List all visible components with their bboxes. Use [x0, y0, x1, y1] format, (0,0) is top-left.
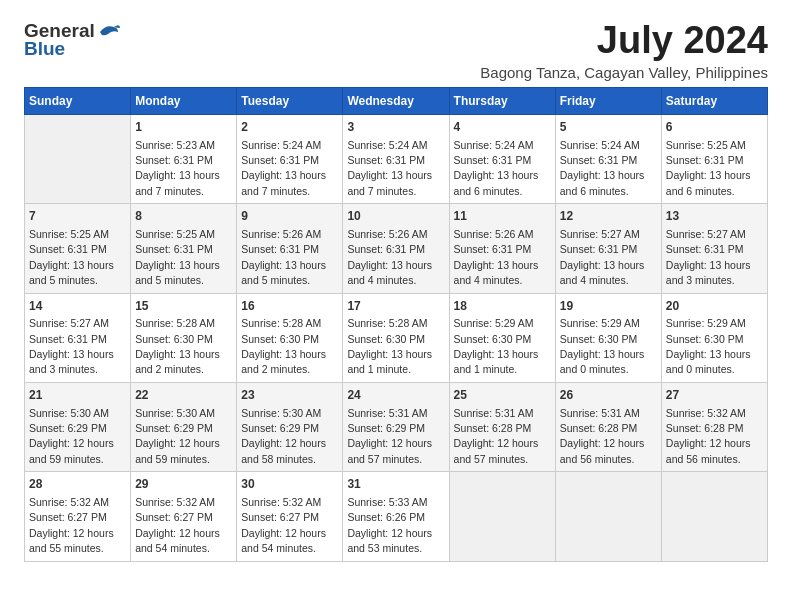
calendar-cell: 16Sunrise: 5:28 AMSunset: 6:30 PMDayligh… [237, 293, 343, 382]
col-header-monday: Monday [131, 87, 237, 114]
day-info: Sunrise: 5:23 AMSunset: 6:31 PMDaylight:… [135, 139, 220, 197]
calendar-cell [555, 472, 661, 561]
day-number: 23 [241, 387, 338, 404]
calendar-title: July 2024 [480, 20, 768, 62]
day-info: Sunrise: 5:30 AMSunset: 6:29 PMDaylight:… [135, 407, 220, 465]
calendar-cell: 22Sunrise: 5:30 AMSunset: 6:29 PMDayligh… [131, 382, 237, 471]
calendar-cell: 17Sunrise: 5:28 AMSunset: 6:30 PMDayligh… [343, 293, 449, 382]
week-row: 14Sunrise: 5:27 AMSunset: 6:31 PMDayligh… [25, 293, 768, 382]
calendar-subtitle: Bagong Tanza, Cagayan Valley, Philippine… [480, 64, 768, 81]
day-info: Sunrise: 5:30 AMSunset: 6:29 PMDaylight:… [29, 407, 114, 465]
day-info: Sunrise: 5:28 AMSunset: 6:30 PMDaylight:… [347, 317, 432, 375]
calendar-cell: 15Sunrise: 5:28 AMSunset: 6:30 PMDayligh… [131, 293, 237, 382]
day-number: 27 [666, 387, 763, 404]
day-number: 5 [560, 119, 657, 136]
day-number: 26 [560, 387, 657, 404]
calendar-cell: 11Sunrise: 5:26 AMSunset: 6:31 PMDayligh… [449, 204, 555, 293]
col-header-wednesday: Wednesday [343, 87, 449, 114]
col-header-saturday: Saturday [661, 87, 767, 114]
day-info: Sunrise: 5:32 AMSunset: 6:27 PMDaylight:… [29, 496, 114, 554]
day-number: 12 [560, 208, 657, 225]
day-number: 1 [135, 119, 232, 136]
day-info: Sunrise: 5:29 AMSunset: 6:30 PMDaylight:… [560, 317, 645, 375]
day-number: 28 [29, 476, 126, 493]
calendar-cell [449, 472, 555, 561]
day-number: 20 [666, 298, 763, 315]
day-number: 11 [454, 208, 551, 225]
calendar-cell: 31Sunrise: 5:33 AMSunset: 6:26 PMDayligh… [343, 472, 449, 561]
calendar-cell: 2Sunrise: 5:24 AMSunset: 6:31 PMDaylight… [237, 114, 343, 203]
day-info: Sunrise: 5:29 AMSunset: 6:30 PMDaylight:… [666, 317, 751, 375]
day-info: Sunrise: 5:31 AMSunset: 6:28 PMDaylight:… [454, 407, 539, 465]
day-number: 15 [135, 298, 232, 315]
day-number: 22 [135, 387, 232, 404]
day-info: Sunrise: 5:25 AMSunset: 6:31 PMDaylight:… [135, 228, 220, 286]
day-info: Sunrise: 5:26 AMSunset: 6:31 PMDaylight:… [454, 228, 539, 286]
day-info: Sunrise: 5:24 AMSunset: 6:31 PMDaylight:… [347, 139, 432, 197]
logo: General Blue [24, 20, 120, 60]
col-header-tuesday: Tuesday [237, 87, 343, 114]
day-number: 4 [454, 119, 551, 136]
calendar-cell: 24Sunrise: 5:31 AMSunset: 6:29 PMDayligh… [343, 382, 449, 471]
logo-blue: Blue [24, 38, 65, 60]
calendar-cell: 3Sunrise: 5:24 AMSunset: 6:31 PMDaylight… [343, 114, 449, 203]
calendar-cell [25, 114, 131, 203]
day-number: 9 [241, 208, 338, 225]
day-info: Sunrise: 5:24 AMSunset: 6:31 PMDaylight:… [454, 139, 539, 197]
day-info: Sunrise: 5:24 AMSunset: 6:31 PMDaylight:… [560, 139, 645, 197]
col-header-friday: Friday [555, 87, 661, 114]
day-number: 31 [347, 476, 444, 493]
calendar-cell: 25Sunrise: 5:31 AMSunset: 6:28 PMDayligh… [449, 382, 555, 471]
calendar-cell: 29Sunrise: 5:32 AMSunset: 6:27 PMDayligh… [131, 472, 237, 561]
day-number: 13 [666, 208, 763, 225]
calendar-cell: 28Sunrise: 5:32 AMSunset: 6:27 PMDayligh… [25, 472, 131, 561]
calendar-cell: 23Sunrise: 5:30 AMSunset: 6:29 PMDayligh… [237, 382, 343, 471]
day-number: 19 [560, 298, 657, 315]
calendar-cell: 10Sunrise: 5:26 AMSunset: 6:31 PMDayligh… [343, 204, 449, 293]
day-info: Sunrise: 5:25 AMSunset: 6:31 PMDaylight:… [29, 228, 114, 286]
day-info: Sunrise: 5:33 AMSunset: 6:26 PMDaylight:… [347, 496, 432, 554]
day-number: 29 [135, 476, 232, 493]
calendar-table: SundayMondayTuesdayWednesdayThursdayFrid… [24, 87, 768, 562]
day-number: 10 [347, 208, 444, 225]
day-number: 7 [29, 208, 126, 225]
calendar-cell: 19Sunrise: 5:29 AMSunset: 6:30 PMDayligh… [555, 293, 661, 382]
day-number: 3 [347, 119, 444, 136]
day-number: 6 [666, 119, 763, 136]
col-header-sunday: Sunday [25, 87, 131, 114]
logo-bird-icon [98, 22, 120, 40]
day-info: Sunrise: 5:30 AMSunset: 6:29 PMDaylight:… [241, 407, 326, 465]
calendar-cell: 13Sunrise: 5:27 AMSunset: 6:31 PMDayligh… [661, 204, 767, 293]
calendar-cell: 4Sunrise: 5:24 AMSunset: 6:31 PMDaylight… [449, 114, 555, 203]
day-info: Sunrise: 5:24 AMSunset: 6:31 PMDaylight:… [241, 139, 326, 197]
title-area: July 2024 Bagong Tanza, Cagayan Valley, … [480, 20, 768, 81]
week-row: 1Sunrise: 5:23 AMSunset: 6:31 PMDaylight… [25, 114, 768, 203]
week-row: 7Sunrise: 5:25 AMSunset: 6:31 PMDaylight… [25, 204, 768, 293]
calendar-cell: 20Sunrise: 5:29 AMSunset: 6:30 PMDayligh… [661, 293, 767, 382]
calendar-cell: 6Sunrise: 5:25 AMSunset: 6:31 PMDaylight… [661, 114, 767, 203]
day-number: 8 [135, 208, 232, 225]
calendar-cell: 12Sunrise: 5:27 AMSunset: 6:31 PMDayligh… [555, 204, 661, 293]
day-number: 25 [454, 387, 551, 404]
day-info: Sunrise: 5:26 AMSunset: 6:31 PMDaylight:… [347, 228, 432, 286]
calendar-cell: 8Sunrise: 5:25 AMSunset: 6:31 PMDaylight… [131, 204, 237, 293]
day-number: 24 [347, 387, 444, 404]
day-info: Sunrise: 5:25 AMSunset: 6:31 PMDaylight:… [666, 139, 751, 197]
calendar-cell: 5Sunrise: 5:24 AMSunset: 6:31 PMDaylight… [555, 114, 661, 203]
calendar-cell: 27Sunrise: 5:32 AMSunset: 6:28 PMDayligh… [661, 382, 767, 471]
day-info: Sunrise: 5:26 AMSunset: 6:31 PMDaylight:… [241, 228, 326, 286]
day-info: Sunrise: 5:31 AMSunset: 6:29 PMDaylight:… [347, 407, 432, 465]
day-info: Sunrise: 5:31 AMSunset: 6:28 PMDaylight:… [560, 407, 645, 465]
header-row: SundayMondayTuesdayWednesdayThursdayFrid… [25, 87, 768, 114]
day-info: Sunrise: 5:32 AMSunset: 6:28 PMDaylight:… [666, 407, 751, 465]
calendar-cell [661, 472, 767, 561]
day-info: Sunrise: 5:27 AMSunset: 6:31 PMDaylight:… [29, 317, 114, 375]
calendar-cell: 21Sunrise: 5:30 AMSunset: 6:29 PMDayligh… [25, 382, 131, 471]
calendar-cell: 1Sunrise: 5:23 AMSunset: 6:31 PMDaylight… [131, 114, 237, 203]
col-header-thursday: Thursday [449, 87, 555, 114]
day-number: 16 [241, 298, 338, 315]
calendar-cell: 30Sunrise: 5:32 AMSunset: 6:27 PMDayligh… [237, 472, 343, 561]
day-info: Sunrise: 5:32 AMSunset: 6:27 PMDaylight:… [241, 496, 326, 554]
calendar-cell: 9Sunrise: 5:26 AMSunset: 6:31 PMDaylight… [237, 204, 343, 293]
day-number: 18 [454, 298, 551, 315]
